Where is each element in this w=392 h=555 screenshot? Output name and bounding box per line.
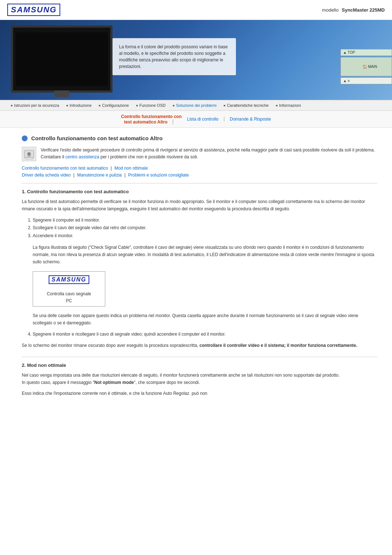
hero-banner: La forma e il colore del prodotto posson… bbox=[0, 20, 392, 100]
bold-emphasis: controllare il controller video e il sis… bbox=[200, 343, 358, 348]
sub-nav-group-1: Controllo funzionamento con test automat… bbox=[116, 114, 182, 125]
sub-nav-lista[interactable]: Lista di controllo bbox=[181, 117, 224, 122]
section-1-body3: Se una delle caselle non appare questo i… bbox=[33, 312, 377, 327]
divider-1 bbox=[22, 183, 377, 183]
svg-point-4 bbox=[27, 152, 31, 156]
step-2: Scollegare il cavo del segnale video dal… bbox=[33, 224, 377, 232]
link-problemi[interactable]: Problemi e soluzioni consigliate bbox=[128, 173, 189, 178]
up-button[interactable]: ▲ ≡ bbox=[340, 77, 392, 84]
not-optimum-mode: Not optimum mode bbox=[94, 380, 134, 385]
section-1: 1. Controllo funzionamento con test auto… bbox=[22, 189, 377, 349]
svg-line-1 bbox=[24, 158, 26, 159]
signal-pc: PC bbox=[33, 298, 105, 306]
nav-item-informazioni[interactable]: Informazioni bbox=[272, 102, 305, 108]
sub-nav-domande[interactable]: Domande & Risposte bbox=[224, 117, 276, 122]
section-1-body4: Se lo schermo del monitor rimane oscurat… bbox=[22, 342, 377, 349]
page-icon bbox=[22, 135, 28, 141]
float-nav: ▲ TOP 🏠 MAIN ▲ ≡ bbox=[340, 49, 392, 84]
signal-box: SAMSUNG Controlla cavo segnale PC bbox=[33, 271, 105, 307]
section-1-title: 1. Controllo funzionamento con test auto… bbox=[22, 189, 377, 194]
breadcrumb-row2: Driver della scheda video | Manutenzione… bbox=[22, 173, 377, 178]
hero-notice-text: La forma e il colore del prodotto posson… bbox=[119, 44, 228, 69]
link-mod-non-ottimale[interactable]: Mod non ottimale bbox=[114, 166, 148, 171]
link-driver[interactable]: Driver della scheda video bbox=[22, 173, 71, 178]
link-manutenzione[interactable]: Manutenzione e pulizia bbox=[77, 173, 122, 178]
link-test-automatico[interactable]: Controllo funzionamento con test automat… bbox=[22, 166, 108, 171]
signal-box-header: SAMSUNG bbox=[33, 272, 105, 289]
signal-label: Controlla cavo segnale bbox=[33, 289, 105, 298]
section-2-body2: Esso indica che l'impostazione corrente … bbox=[22, 390, 377, 397]
svg-line-2 bbox=[32, 158, 34, 159]
info-box: Verificare l'esito delle seguenti proced… bbox=[22, 147, 377, 161]
breadcrumb-row1: Controllo funzionamento con test automat… bbox=[22, 166, 377, 171]
hero-screen bbox=[16, 32, 108, 86]
section-2-title: 2. Mod non ottimale bbox=[22, 362, 377, 368]
hero-monitor bbox=[11, 25, 113, 93]
samsung-logo: SAMSUNG bbox=[7, 4, 60, 16]
nav-bar: Istruzioni per la sicurezza Introduzione… bbox=[0, 100, 392, 111]
top-button[interactable]: ▲ TOP bbox=[340, 49, 392, 56]
step-1: Spegnere il computer ed il monitor. bbox=[33, 216, 377, 224]
page-title-row: Controllo funzionamento con test automat… bbox=[22, 135, 377, 141]
section-1-body1: La funzione di test automatico permette … bbox=[22, 198, 377, 213]
section-2-body1: Nel caso venga impostata una delle due r… bbox=[22, 372, 377, 386]
nav-item-introduzione[interactable]: Introduzione bbox=[63, 102, 95, 108]
step-3: Accendere il monitor. bbox=[33, 232, 377, 240]
step-4-list: Spegnere il monitor e ricollegare il cav… bbox=[33, 331, 377, 339]
sub-nav: Controllo funzionamento con test automat… bbox=[0, 111, 392, 128]
section-1-body2: La figura illustrata di seguito ("Check … bbox=[33, 244, 377, 266]
hero-stand bbox=[54, 90, 69, 97]
model-info: modello SyncMaster 225MD bbox=[322, 7, 385, 13]
step-4: Spegnere il monitor e ricollegare il cav… bbox=[33, 331, 377, 339]
header: SAMSUNG modello SyncMaster 225MD bbox=[0, 0, 392, 20]
nav-item-osd[interactable]: Funzione OSD bbox=[132, 102, 169, 108]
nav-item-caratteristiche[interactable]: Caratteristiche tecniche bbox=[220, 102, 272, 108]
page-title: Controllo funzionamento con test automat… bbox=[31, 135, 163, 141]
nav-item-soluzione[interactable]: Soluzione dei problemi bbox=[169, 102, 220, 108]
hero-notice: La forma e il colore del prodotto posson… bbox=[113, 38, 236, 75]
model-label: modello bbox=[322, 7, 339, 13]
centro-assistenza-link[interactable]: centro assistenza bbox=[65, 154, 99, 159]
nav-item-configurazione[interactable]: Configurazione bbox=[95, 102, 132, 108]
main-button[interactable]: 🏠 MAIN bbox=[340, 57, 392, 76]
signal-samsung-logo: SAMSUNG bbox=[49, 275, 89, 284]
nav-item-sicurezza[interactable]: Istruzioni per la sicurezza bbox=[7, 102, 63, 108]
main-content: Controllo funzionamento con test automat… bbox=[0, 128, 392, 412]
info-text: Verificare l'esito delle seguenti proced… bbox=[41, 147, 377, 161]
divider-2 bbox=[22, 357, 377, 357]
model-value: SyncMaster 225MD bbox=[342, 7, 385, 13]
info-icon bbox=[22, 147, 36, 161]
sub-nav-inner: Controllo funzionamento con test automat… bbox=[116, 114, 277, 125]
section-2: 2. Mod non ottimale Nel caso venga impos… bbox=[22, 362, 377, 397]
sub-nav-test[interactable]: Controllo funzionamento con test automat… bbox=[116, 114, 182, 125]
info-text-content: Verificare l'esito delle seguenti proced… bbox=[41, 147, 375, 159]
steps-list: Spegnere il computer ed il monitor. Scol… bbox=[33, 216, 377, 240]
